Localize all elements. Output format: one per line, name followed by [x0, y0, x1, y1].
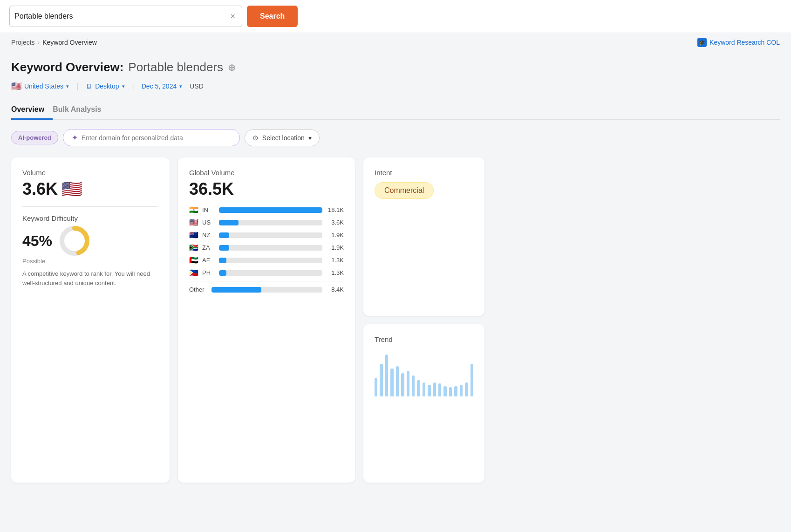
bar-fill-nz: [219, 232, 229, 238]
country-code-ph: PH: [202, 269, 215, 276]
country-row-ph: 🇵🇭 PH 1.3K: [189, 268, 344, 277]
flag-in: 🇮🇳: [189, 205, 198, 214]
right-col: Intent Commercial Trend: [363, 157, 484, 483]
search-button[interactable]: Search: [247, 6, 298, 27]
main-content: Keyword Overview: Portable blenders ⊕ 🇺🇸…: [0, 52, 791, 528]
breadcrumb-bar: Projects › Keyword Overview 🎓 Keyword Re…: [0, 33, 791, 52]
tab-bulk-analysis[interactable]: Bulk Analysis: [53, 101, 109, 120]
domain-input[interactable]: [82, 134, 231, 142]
bar-track-in: [219, 207, 322, 213]
global-volume-label: Global Volume: [189, 169, 344, 177]
other-row: Other 8.4K: [189, 281, 344, 293]
page-title: Keyword Overview: Portable blenders ⊕: [11, 60, 780, 75]
trend-bar: [396, 366, 399, 396]
location-arrow-icon: ▾: [308, 134, 312, 142]
kd-donut-chart: [60, 226, 89, 256]
country-code-nz: NZ: [202, 232, 215, 239]
page-title-keyword: Portable blenders: [128, 60, 223, 75]
date-filter-button[interactable]: Dec 5, 2024 ▾: [142, 82, 183, 90]
trend-bar: [417, 380, 420, 396]
keyword-research-col-label: Keyword Research COL: [709, 39, 780, 46]
trend-bar: [449, 387, 452, 396]
bar-track-ph: [219, 270, 322, 276]
filter-sep-2: |: [132, 82, 134, 90]
ai-row: AI-powered ✦ ⊙ Select location ▾: [11, 129, 780, 146]
location-icon: ⊙: [252, 134, 259, 142]
currency-label: USD: [190, 82, 204, 90]
bar-fill-ph: [219, 270, 226, 276]
trend-bar: [423, 382, 425, 396]
intent-label: Intent: [375, 169, 473, 177]
country-val-nz: 1.9K: [326, 232, 344, 239]
filter-sep-1: |: [76, 82, 78, 90]
breadcrumb-current: Keyword Overview: [42, 39, 97, 46]
select-location-button[interactable]: ⊙ Select location ▾: [245, 130, 320, 146]
country-val-ae: 1.3K: [326, 257, 344, 264]
trend-bar: [438, 383, 441, 396]
trend-bar: [401, 373, 404, 396]
country-val-za: 1.9K: [326, 244, 344, 251]
trend-bar: [380, 364, 382, 396]
flag-za: 🇿🇦: [189, 243, 198, 252]
bar-track-za: [219, 245, 322, 251]
flag-ae: 🇦🇪: [189, 256, 198, 265]
trend-chart: [375, 350, 473, 396]
device-icon: 🖥: [86, 82, 92, 90]
trend-card: Trend: [363, 324, 484, 483]
top-bar: × Search: [0, 0, 791, 33]
trend-bar: [385, 355, 388, 396]
filters-row: 🇺🇸 United States ▾ | 🖥 Desktop ▾ | Dec 5…: [11, 81, 780, 91]
device-filter-button[interactable]: 🖥 Desktop ▾: [86, 82, 124, 90]
tab-overview[interactable]: Overview: [11, 101, 53, 120]
add-keyword-icon[interactable]: ⊕: [228, 62, 236, 73]
kd-percent: 45%: [22, 232, 52, 250]
breadcrumb-separator: ›: [38, 39, 40, 46]
trend-bar: [454, 386, 457, 396]
volume-kd-card: Volume 3.6K 🇺🇸 Keyword Difficulty 45% Po…: [11, 157, 170, 483]
country-val-us: 3.6K: [326, 219, 344, 226]
country-val-in: 18.1K: [326, 206, 344, 213]
global-volume-value: 36.5K: [189, 179, 344, 199]
device-arrow-icon: ▾: [122, 83, 125, 89]
flag-ph: 🇵🇭: [189, 268, 198, 277]
trend-bar: [375, 378, 377, 396]
kd-description: A competitive keyword to rank for. You w…: [22, 269, 158, 287]
breadcrumb: Projects › Keyword Overview: [11, 39, 97, 46]
breadcrumb-projects[interactable]: Projects: [11, 39, 35, 46]
other-label: Other: [189, 286, 208, 293]
kd-value-row: 45%: [22, 226, 158, 256]
volume-flag: 🇺🇸: [61, 179, 82, 199]
keyword-research-col-link[interactable]: 🎓 Keyword Research COL: [697, 38, 780, 47]
trend-bar: [428, 385, 430, 396]
keyword-research-icon: 🎓: [697, 38, 707, 47]
country-row-nz: 🇳🇿 NZ 1.9K: [189, 231, 344, 239]
trend-bar: [471, 364, 473, 396]
flag-us: 🇺🇸: [189, 218, 198, 227]
cards-row: Volume 3.6K 🇺🇸 Keyword Difficulty 45% Po…: [11, 157, 780, 483]
country-val-ph: 1.3K: [326, 269, 344, 276]
country-code-za: ZA: [202, 244, 215, 251]
bar-track-nz: [219, 232, 322, 238]
search-input[interactable]: [14, 12, 230, 20]
country-val-other: 8.4K: [326, 286, 344, 293]
sparkle-icon: ✦: [72, 133, 78, 142]
divider: [22, 206, 158, 207]
search-clear-button[interactable]: ×: [230, 12, 235, 21]
country-label: United States: [24, 82, 63, 90]
location-label: Select location: [262, 134, 305, 142]
bar-track-us: [219, 220, 322, 225]
country-row-us: 🇺🇸 US 3.6K: [189, 218, 344, 227]
country-row-in: 🇮🇳 IN 18.1K: [189, 205, 344, 214]
country-code-in: IN: [202, 206, 215, 213]
country-code-ae: AE: [202, 257, 215, 264]
search-box: ×: [9, 6, 242, 27]
bar-track-other: [211, 287, 322, 293]
country-filter-button[interactable]: 🇺🇸 United States ▾: [11, 81, 69, 91]
country-arrow-icon: ▾: [66, 83, 69, 89]
domain-input-wrap[interactable]: ✦: [63, 129, 240, 146]
trend-bar: [465, 382, 468, 396]
bar-fill-other: [211, 287, 261, 293]
date-arrow-icon: ▾: [179, 83, 182, 89]
bar-track-ae: [219, 258, 322, 263]
trend-bar: [390, 368, 393, 396]
